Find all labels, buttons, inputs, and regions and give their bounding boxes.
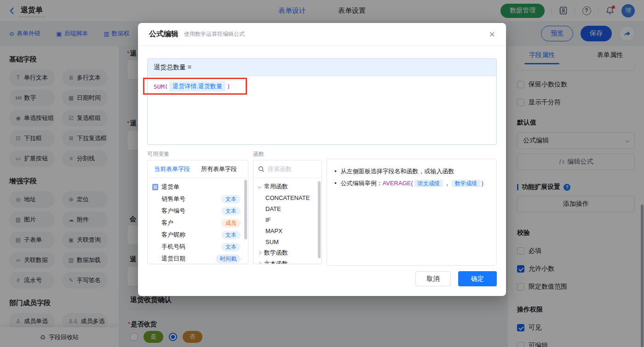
function-group-数学函数[interactable]: 数学函数 <box>258 247 320 258</box>
example-field-token: 数学成绩 <box>452 180 480 187</box>
function-item-IF[interactable]: IF <box>258 214 320 225</box>
example-field-token: 语文成绩 <box>414 180 443 187</box>
type-badge: 成员 <box>221 219 241 228</box>
tip-line-2: • 公式编辑举例：AVERAGE(语文成绩，数学成绩) <box>334 177 489 189</box>
bullet-icon: • <box>334 177 337 189</box>
formula-editor[interactable]: 退货总数量 = SUM( 退货详情.退货数量 ) <box>147 58 497 145</box>
search-icon <box>258 166 264 172</box>
example-function: AVERAGE( <box>383 180 413 187</box>
variable-row-销售单号[interactable]: 销售单号文本 <box>152 193 246 205</box>
function-close: ) <box>227 83 230 90</box>
type-badge: 文本 <box>221 195 241 204</box>
tab-current-form-fields[interactable]: 当前表单字段 <box>154 165 190 173</box>
function-group-常用函数[interactable]: 常用函数 <box>258 181 320 192</box>
modal-footer: 取消 确定 <box>415 271 497 286</box>
confirm-button[interactable]: 确定 <box>458 271 497 286</box>
function-name: SUM( <box>154 83 168 90</box>
variables-label: 可用变量 <box>147 150 169 158</box>
type-badge: 时间戳 <box>216 255 241 263</box>
variable-name: 客户编号 <box>161 207 185 215</box>
type-badge: 文本 <box>221 207 241 216</box>
variables-tree: 退货单 销售单号文本客户编号文本客户成员客户昵称文本手机号码文本退货日期时间戳 <box>148 178 248 264</box>
cancel-button[interactable]: 取消 <box>415 271 451 286</box>
modal-subtitle: 使用数学运算符编辑公式 <box>184 30 245 38</box>
formula-tips: • 从左侧面板选择字段名和函数，或输入函数 • 公式编辑举例：AVERAGE(语… <box>327 159 497 266</box>
variable-name: 客户 <box>161 219 173 227</box>
search-input[interactable] <box>268 165 314 172</box>
function-item-DATE[interactable]: DATE <box>258 203 320 214</box>
close-icon[interactable]: × <box>489 29 495 40</box>
functions-label: 函数 <box>253 150 264 158</box>
variable-name: 退货日期 <box>161 255 185 263</box>
variable-row-退货日期[interactable]: 退货日期时间戳 <box>152 253 246 264</box>
function-item-SUM[interactable]: SUM <box>258 236 320 247</box>
chevron-down-icon <box>258 185 261 188</box>
variable-row-客户编号[interactable]: 客户编号文本 <box>152 205 246 217</box>
functions-panel: 常用函数CONCATENATEDATEIFMAPXSUM数学函数文本函数 <box>253 160 322 264</box>
functions-scrollbar[interactable] <box>318 181 321 258</box>
function-group-label: 数学函数 <box>264 249 288 257</box>
function-item-MAPX[interactable]: MAPX <box>258 225 320 236</box>
variables-tabs: 当前表单字段 所有表单字段 <box>148 160 248 178</box>
function-item-CONCATENATE[interactable]: CONCATENATE <box>258 192 320 203</box>
formula-edit-modal: 公式编辑 使用数学运算符编辑公式 × 退货总数量 = SUM( 退货详情.退货数… <box>138 23 506 296</box>
function-group-label: 文本函数 <box>264 260 288 264</box>
tip-line-1: • 从左侧面板选择字段名和函数，或输入函数 <box>334 165 489 177</box>
formula-expression[interactable]: SUM( 退货详情.退货数量 ) <box>148 76 496 97</box>
modal-header: 公式编辑 使用数学运算符编辑公式 × <box>138 23 506 46</box>
function-group-label: 常用函数 <box>264 182 288 191</box>
functions-tree: 常用函数CONCATENATEDATEIFMAPXSUM数学函数文本函数 <box>253 178 322 264</box>
example-function-close: ) <box>482 180 483 187</box>
formula-target: 退货总数量 = <box>148 59 496 76</box>
function-search <box>253 160 322 178</box>
function-group-文本函数[interactable]: 文本函数 <box>258 258 320 264</box>
variable-row-客户[interactable]: 客户成员 <box>152 217 246 229</box>
form-root-node[interactable]: 退货单 <box>152 181 246 193</box>
variables-scrollbar[interactable] <box>244 180 247 239</box>
variable-name: 客户昵称 <box>161 231 185 239</box>
type-badge: 文本 <box>221 231 241 239</box>
variable-row-手机号码[interactable]: 手机号码文本 <box>152 241 246 253</box>
form-designer-screen: 退货单 表单设计 表单设置 数据管理 ? <box>0 0 644 347</box>
chevron-right-icon <box>258 262 261 264</box>
type-badge: 文本 <box>221 243 241 251</box>
field-token[interactable]: 退货详情.退货数量 <box>169 81 225 91</box>
chevron-right-icon <box>258 251 261 255</box>
variable-name: 手机号码 <box>161 243 185 251</box>
variable-row-客户昵称[interactable]: 客户昵称文本 <box>152 229 246 241</box>
variable-name: 销售单号 <box>161 195 185 203</box>
bullet-icon: • <box>334 165 337 177</box>
tab-all-form-fields[interactable]: 所有表单字段 <box>201 165 237 173</box>
form-icon <box>152 184 158 190</box>
modal-title: 公式编辑 <box>149 29 178 39</box>
variables-panel: 当前表单字段 所有表单字段 退货单 销售单号文本客户编号文本客户成员客户昵称文本… <box>147 160 248 264</box>
